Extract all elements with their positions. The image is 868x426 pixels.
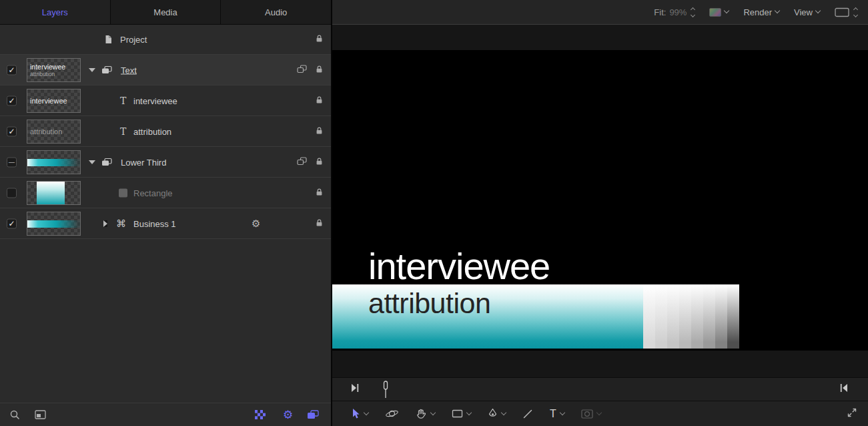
pan-tool[interactable] xyxy=(416,408,435,419)
text-layer-icon: T xyxy=(120,126,126,137)
chevron-down-icon xyxy=(596,409,602,415)
rectangle-shape-tool[interactable] xyxy=(452,409,471,419)
viewer-toolbar: Fit: 99% Render View xyxy=(332,0,868,25)
thumbnail-text: interviewee xyxy=(30,97,80,105)
chevron-down-icon xyxy=(364,409,369,415)
chevron-down-icon xyxy=(724,8,729,13)
lock-icon[interactable] xyxy=(316,126,323,138)
adjust-3d-transform-tool[interactable] xyxy=(385,408,399,419)
layer-thumbnail: interviewee attribution xyxy=(27,58,81,82)
tab-media[interactable]: Media xyxy=(111,0,222,24)
layer-thumbnail xyxy=(27,181,81,205)
gradient-step xyxy=(727,284,739,349)
panel-tab-bar: Layers Media Audio xyxy=(0,0,331,25)
channel-swatch-icon xyxy=(709,8,721,17)
chevron-down-icon xyxy=(466,409,472,415)
disclosure-triangle[interactable] xyxy=(89,68,95,72)
layer-name[interactable]: Project xyxy=(120,35,147,45)
playhead-marker[interactable] xyxy=(382,381,389,401)
layer-row-project[interactable]: Project xyxy=(0,25,331,55)
expand-view-icon[interactable] xyxy=(847,407,857,421)
timing-mini-timeline[interactable] xyxy=(332,377,868,401)
layer-name[interactable]: Rectangle xyxy=(133,188,173,198)
layers-panel-footer: ⚙ xyxy=(0,403,331,426)
lower-third-bar-graphic[interactable]: attribution xyxy=(332,284,739,349)
gradient-step xyxy=(703,284,715,349)
visibility-checkbox[interactable] xyxy=(7,65,17,75)
select-transform-tool[interactable] xyxy=(351,408,368,419)
lock-icon[interactable] xyxy=(316,187,323,199)
lock-icon[interactable] xyxy=(316,64,323,76)
canvas-tools-bar: T xyxy=(332,401,868,426)
visibility-checkbox[interactable] xyxy=(7,218,17,228)
gradient-step xyxy=(691,284,703,349)
visibility-checkbox[interactable] xyxy=(7,126,17,136)
lock-icon[interactable] xyxy=(316,218,323,230)
zoom-stepper[interactable] xyxy=(691,8,695,17)
layer-name[interactable]: Text xyxy=(121,65,137,75)
display-stepper[interactable] xyxy=(854,8,857,17)
layer-name[interactable]: Business 1 xyxy=(133,218,176,228)
transparency-checkerboard-icon[interactable] xyxy=(255,410,266,419)
thumbnail-text: attribution xyxy=(30,128,80,136)
layer-row-business-1[interactable]: ⌘ Business 1 ⚙ xyxy=(0,208,331,239)
text-tool-icon: T xyxy=(550,409,556,419)
tab-layers[interactable]: Layers xyxy=(0,0,111,24)
lock-icon[interactable] xyxy=(316,95,323,107)
display-control[interactable] xyxy=(835,7,857,17)
rectangle-icon xyxy=(452,409,463,419)
group-icon xyxy=(101,65,112,74)
canvas-subtitle-text[interactable]: attribution xyxy=(368,289,490,318)
preview-size-icon[interactable] xyxy=(35,410,46,419)
fit-label: Fit: xyxy=(654,7,666,17)
layer-name[interactable]: Lower Third xyxy=(121,157,166,167)
search-icon[interactable] xyxy=(9,409,20,420)
channel-preview-menu[interactable] xyxy=(709,8,729,17)
layer-row-attribution[interactable]: attribution T attribution xyxy=(0,116,331,147)
layer-name[interactable]: interviewee xyxy=(133,95,177,105)
canvas-viewport[interactable]: interviewee attribution xyxy=(332,25,868,377)
visibility-checkbox[interactable] xyxy=(7,188,17,198)
tab-audio[interactable]: Audio xyxy=(221,0,331,24)
render-menu-label: Render xyxy=(743,7,772,17)
visibility-checkbox[interactable] xyxy=(7,95,17,105)
visibility-checkbox[interactable] xyxy=(7,157,17,167)
view-menu[interactable]: View xyxy=(794,7,820,17)
chevron-down-icon xyxy=(775,8,780,13)
render-menu[interactable]: Render xyxy=(743,7,779,17)
composition-canvas[interactable]: interviewee attribution xyxy=(332,50,868,351)
disclosure-triangle[interactable] xyxy=(103,220,107,227)
layer-thumbnail xyxy=(27,150,81,174)
hand-icon xyxy=(416,408,427,419)
gear-icon[interactable]: ⚙ xyxy=(252,218,260,230)
mask-icon xyxy=(581,409,593,419)
gradient-step xyxy=(667,284,679,349)
layer-name[interactable]: attribution xyxy=(133,126,171,136)
cursor-arrow-icon xyxy=(351,408,360,419)
chevron-down-icon xyxy=(430,409,436,415)
thumbnail-text: interviewee xyxy=(30,63,80,71)
lock-icon[interactable] xyxy=(316,156,323,168)
line-tool[interactable] xyxy=(522,409,533,419)
layer-row-lower-third[interactable]: Lower Third xyxy=(0,147,331,178)
play-range-out-marker[interactable] xyxy=(840,383,848,395)
display-icon xyxy=(835,7,849,17)
layer-row-rectangle[interactable]: Rectangle xyxy=(0,178,331,208)
canvas-title-text[interactable]: interviewee xyxy=(368,248,550,285)
text-tool[interactable]: T xyxy=(550,409,564,419)
gear-icon[interactable]: ⚙ xyxy=(283,408,293,421)
line-icon xyxy=(522,409,533,419)
disclosure-triangle[interactable] xyxy=(89,160,95,164)
layers-list: Project interviewee attribution Text xyxy=(0,25,331,403)
fit-zoom-control[interactable]: Fit: 99% xyxy=(654,7,695,17)
generator-icon: ⌘ xyxy=(116,218,126,230)
bezier-pen-tool[interactable] xyxy=(488,408,506,419)
layers-pane-toggle-icon[interactable] xyxy=(307,410,319,419)
image-mask-tool xyxy=(581,409,601,419)
layer-row-interviewee[interactable]: interviewee T interviewee xyxy=(0,85,331,116)
blend-mode-icon[interactable] xyxy=(297,64,307,76)
lock-icon[interactable] xyxy=(316,33,323,45)
play-range-in-marker[interactable] xyxy=(351,383,359,395)
layer-row-text-group[interactable]: interviewee attribution Text xyxy=(0,55,331,85)
blend-mode-icon[interactable] xyxy=(297,156,307,168)
